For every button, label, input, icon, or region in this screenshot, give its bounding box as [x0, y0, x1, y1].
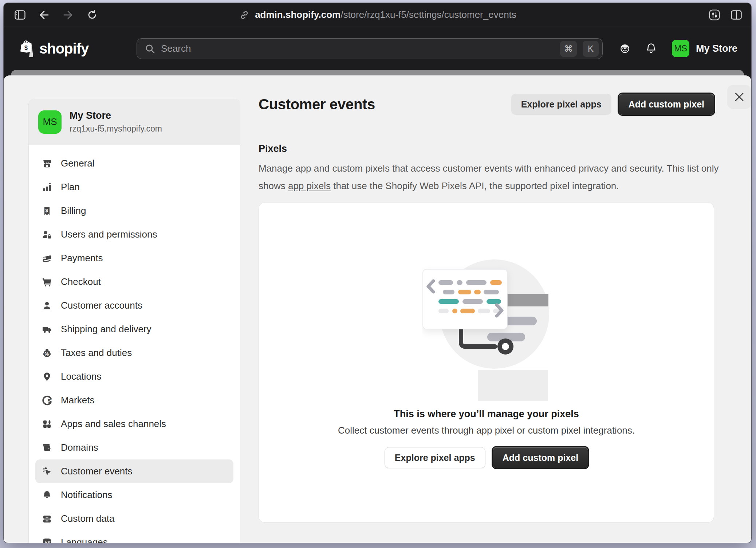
add-custom-pixel-button[interactable]: Add custom pixel	[619, 94, 714, 115]
sidebar-item-label: Markets	[61, 395, 94, 406]
browser-window: admin.shopify.com/store/rzq1xu-f5/settin…	[4, 3, 751, 543]
k-keycap: K	[583, 41, 599, 57]
sidebar-item-shipping[interactable]: Shipping and delivery	[35, 317, 233, 341]
browser-toolbar: admin.shopify.com/store/rzq1xu-f5/settin…	[4, 3, 751, 27]
person-icon	[42, 301, 52, 311]
store-domain: rzq1xu-f5.myshopify.com	[70, 124, 162, 134]
svg-text:$: $	[24, 45, 28, 51]
sidebar-item-payments[interactable]: Payments	[35, 246, 233, 270]
settings-content: Customer events Explore pixel apps Add c…	[259, 75, 743, 543]
languages-icon: A	[42, 537, 52, 543]
svg-text:%: %	[45, 351, 49, 357]
url-path: /store/rzq1xu-f5/settings/customer_event…	[340, 9, 516, 20]
sidebar-item-general[interactable]: General	[35, 152, 233, 175]
sidebar-item-locations[interactable]: Locations	[35, 365, 233, 388]
explore-pixel-apps-button-secondary[interactable]: Explore pixel apps	[385, 447, 485, 468]
notifications-bell-icon[interactable]	[646, 43, 657, 54]
cmd-keycap: ⌘	[560, 41, 577, 57]
sidebar-item-languages[interactable]: A Languages	[35, 531, 233, 543]
url-bar[interactable]: admin.shopify.com/store/rzq1xu-f5/settin…	[239, 3, 516, 27]
settings-modal: MS My Store rzq1xu-f5.myshopify.com Gene…	[4, 75, 751, 543]
sidebar-item-label: Customer events	[61, 466, 133, 477]
pixels-heading: Pixels	[259, 143, 743, 154]
shopify-wordmark: shopify	[39, 40, 88, 57]
sidebar-item-domains[interactable]: Domains	[35, 436, 233, 459]
store-name: My Store	[70, 110, 162, 121]
sidebar-item-checkout[interactable]: Checkout	[35, 270, 233, 294]
sidebar-item-label: Domains	[61, 442, 98, 453]
pixels-description: Manage app and custom pixels that access…	[259, 160, 721, 195]
sidebar-item-label: Notifications	[61, 489, 113, 501]
store-avatar: MS	[38, 110, 62, 134]
sidebar-item-apps[interactable]: Apps and sales channels	[35, 412, 233, 436]
sidebar-item-users[interactable]: Users and permissions	[35, 223, 233, 246]
sidebar-item-label: Billing	[61, 205, 86, 216]
sidebar-item-label: Checkout	[61, 276, 101, 287]
sidebar-item-notifications[interactable]: Notifications	[35, 483, 233, 507]
search-placeholder: Search	[161, 43, 554, 54]
svg-text:$: $	[48, 398, 51, 404]
pixels-empty-state-card: This is where you’ll manage your pixels …	[259, 203, 714, 522]
sidebar-item-label: Languages	[61, 537, 108, 543]
sidebar-item-label: General	[61, 158, 95, 169]
search-icon	[145, 44, 155, 54]
sidebar-item-label: Taxes and duties	[61, 347, 132, 359]
payments-icon	[42, 253, 52, 263]
app-pixels-link[interactable]: app pixels	[288, 180, 331, 191]
pixels-illustration	[422, 255, 551, 405]
cursor-spark-icon	[42, 466, 52, 477]
sidebar-item-custom-data[interactable]: Custom data	[35, 507, 233, 531]
back-icon[interactable]	[39, 9, 50, 20]
description-suffix: that use the Shopify Web Pixels API, the…	[331, 180, 619, 191]
bell-icon	[42, 490, 52, 500]
search-input[interactable]: Search ⌘ K	[137, 38, 603, 59]
plan-icon	[42, 182, 52, 192]
sidebar-item-billing[interactable]: $ Billing	[35, 199, 233, 223]
add-custom-pixel-button-primary[interactable]: Add custom pixel	[493, 447, 588, 468]
explore-pixel-apps-button[interactable]: Explore pixel apps	[511, 94, 611, 115]
apps-grid-icon	[42, 419, 52, 429]
cart-icon	[42, 277, 52, 287]
link-icon	[239, 9, 249, 20]
sidebar-item-label: Shipping and delivery	[61, 324, 151, 335]
url-host: admin.shopify.com	[255, 9, 340, 20]
page-title: Customer events	[259, 96, 511, 113]
map-pin-icon	[42, 372, 52, 382]
sidebar-item-label: Apps and sales channels	[61, 418, 166, 430]
sidebar-item-label: Payments	[61, 253, 103, 264]
empty-state-title: This is where you’ll manage your pixels	[394, 408, 579, 420]
truck-icon	[42, 324, 52, 334]
sidebar-item-label: Plan	[61, 181, 80, 193]
forward-icon[interactable]	[63, 9, 74, 20]
empty-state-subtitle: Collect customer events through app pixe…	[338, 425, 635, 436]
sidebar-item-markets[interactable]: $ Markets	[35, 388, 233, 412]
store-icon	[42, 158, 52, 169]
sidebar-item-label: Customer accounts	[61, 300, 142, 311]
reload-icon[interactable]	[87, 9, 98, 20]
custom-data-icon	[42, 514, 52, 524]
svg-text:$: $	[46, 208, 48, 213]
split-view-icon[interactable]	[731, 9, 742, 20]
shopify-topbar: $ shopify Search ⌘ K	[4, 27, 751, 70]
users-lock-icon	[42, 230, 52, 240]
avatar: MS	[672, 40, 689, 57]
shopify-bag-icon: $	[20, 40, 36, 57]
shopify-logo: $ shopify	[20, 40, 88, 57]
sidebar-item-customer-events[interactable]: Customer events	[35, 459, 233, 483]
sidebar-item-taxes[interactable]: % Taxes and duties	[35, 341, 233, 365]
account-menu[interactable]: MS My Store	[672, 40, 737, 57]
sidebar-item-label: Locations	[61, 371, 101, 382]
sidebar-item-customer-accounts[interactable]: Customer accounts	[35, 294, 233, 317]
sidebar-item-label: Custom data	[61, 513, 114, 524]
sidekick-icon[interactable]	[619, 43, 630, 54]
money-bag-icon: %	[42, 348, 52, 358]
settings-sidebar: MS My Store rzq1xu-f5.myshopify.com Gene…	[28, 99, 240, 543]
domains-icon	[42, 443, 52, 453]
sidebar-toggle-icon[interactable]	[15, 9, 25, 20]
sidebar-item-plan[interactable]: Plan	[35, 175, 233, 199]
store-card[interactable]: MS My Store rzq1xu-f5.myshopify.com	[29, 99, 240, 145]
svg-text:A: A	[44, 540, 48, 543]
billing-icon: $	[42, 206, 52, 216]
page-settings-icon[interactable]	[709, 9, 720, 20]
globe-dollar-icon: $	[42, 395, 52, 406]
